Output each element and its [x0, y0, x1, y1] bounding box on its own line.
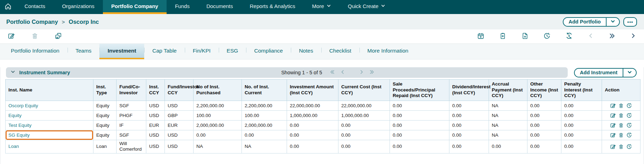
nav-item-label: Quick Create — [348, 3, 379, 9]
cell: USD — [146, 130, 165, 140]
breadcrumb-section[interactable]: Portfolio Company — [6, 19, 58, 25]
add-portfolio-button[interactable]: Add Portfolio — [564, 18, 606, 26]
cell: Equity — [93, 130, 117, 140]
next-page-button[interactable] — [359, 69, 364, 76]
instrument-summary-table: Inst. Name Inst. Type Fund/Co-Investor I… — [5, 79, 640, 153]
add-instrument-button[interactable]: Add Instrument — [575, 69, 623, 77]
table-header-row: Inst. Name Inst. Type Fund/Co-Investor I… — [6, 80, 640, 101]
tab-more-information[interactable]: More Information — [359, 44, 416, 59]
column-header-no-current: No. of Inst. Current — [242, 80, 287, 101]
delete-button[interactable] — [31, 32, 38, 41]
instrument-name-link[interactable]: Test Equity — [6, 121, 93, 130]
instrument-name-link[interactable]: Loan — [6, 140, 93, 153]
row-actions — [602, 130, 640, 140]
instrument-name-link[interactable]: Equity — [6, 111, 93, 121]
tab-cap-table[interactable]: Cap Table — [144, 44, 185, 59]
nav-item-more[interactable]: More — [304, 0, 340, 14]
row-edit-button[interactable] — [610, 122, 616, 128]
cell: 0.00 — [390, 101, 449, 111]
add-calendar-entry-button[interactable] — [477, 32, 484, 41]
cell: 0.00 — [449, 101, 489, 111]
nav-item-documents[interactable]: Documents — [198, 0, 241, 14]
more-actions-button[interactable]: ••• — [623, 17, 637, 27]
cell: NA — [489, 101, 527, 111]
collapse-section-button[interactable] — [10, 69, 16, 76]
currency-refresh-button[interactable]: $ — [565, 32, 573, 41]
first-page-button[interactable] — [330, 69, 335, 76]
tab-portfolio-information[interactable]: Portfolio Information — [3, 44, 68, 59]
last-page-button[interactable] — [369, 69, 374, 76]
add-portfolio-split-button: Add Portfolio — [563, 17, 620, 27]
row-history-button[interactable] — [626, 144, 632, 150]
instrument-summary-bar: Instrument Summary Showing 1 - 5 of 5 — [6, 67, 568, 78]
cell: 0.00 — [527, 140, 561, 153]
tab-fin-kpi[interactable]: Fin/KPI — [185, 44, 219, 59]
tab-teams[interactable]: Teams — [68, 44, 100, 59]
row-history-button[interactable] — [626, 112, 632, 118]
row-delete-button[interactable] — [618, 103, 624, 109]
instrument-name-link-highlighted[interactable]: SG Equity — [6, 130, 93, 140]
nav-item-portfolio-company[interactable]: Portfolio Company — [103, 0, 167, 14]
nav-item-label: Reports & Analytics — [250, 3, 295, 9]
row-delete-button[interactable] — [618, 132, 624, 138]
row-delete-button[interactable] — [618, 122, 624, 128]
duplicate-button[interactable] — [55, 32, 62, 41]
row-actions — [602, 121, 640, 130]
cell: 0.00 — [489, 140, 527, 153]
column-header-investment-amount: Investment Amount (Inst CCY) — [287, 80, 338, 101]
pagination-controls — [330, 69, 374, 76]
cell: 0.00 — [561, 111, 602, 121]
file-plus-icon — [521, 32, 528, 41]
nav-item-label: Funds — [175, 3, 190, 9]
cell: USD — [146, 140, 165, 153]
row-delete-button[interactable] — [618, 144, 624, 150]
expand-panel-button[interactable] — [609, 33, 615, 41]
add-portfolio-dropdown-button[interactable] — [606, 18, 619, 26]
cell: 1,000,000.00 — [338, 111, 390, 121]
cell: 22,000,000.00 — [338, 101, 390, 111]
nav-item-label: Organizations — [62, 3, 94, 9]
row-edit-button[interactable] — [610, 112, 616, 118]
nav-item-organizations[interactable]: Organizations — [54, 0, 103, 14]
add-instrument-dropdown-button[interactable] — [623, 69, 636, 77]
breadcrumb-current-page: Oscorp Inc — [69, 19, 99, 25]
tab-esg[interactable]: ESG — [219, 44, 246, 59]
tab-notes[interactable]: Notes — [291, 44, 321, 59]
column-header-other-income: Other Income (Inst CCY) — [527, 80, 561, 101]
row-edit-button[interactable] — [610, 103, 616, 109]
home-button[interactable] — [0, 0, 16, 14]
row-edit-button[interactable] — [610, 132, 616, 138]
tab-compliance[interactable]: Compliance — [246, 44, 291, 59]
edit-button[interactable] — [8, 32, 15, 41]
row-edit-button[interactable] — [610, 144, 616, 150]
history-button[interactable] — [543, 32, 551, 41]
row-history-button[interactable] — [626, 122, 632, 128]
nav-item-funds[interactable]: Funds — [167, 0, 198, 14]
cell: 2,000,000.00 — [242, 121, 287, 130]
trash-icon — [31, 32, 38, 41]
previous-record-button[interactable] — [588, 33, 594, 40]
tab-investment[interactable]: Investment — [99, 44, 144, 59]
cell: 0.00 — [449, 121, 489, 130]
row-delete-button[interactable] — [618, 112, 624, 118]
previous-page-button[interactable] — [340, 69, 345, 76]
cell: 0.00 — [390, 140, 449, 153]
instrument-name-link[interactable]: Oscorp Equity — [6, 101, 93, 111]
row-history-button[interactable] — [626, 132, 632, 138]
breadcrumb-row: Portfolio Company > Oscorp Inc Add Portf… — [0, 14, 644, 29]
nav-item-contacts[interactable]: Contacts — [16, 0, 54, 14]
detail-tabs: Portfolio Information Teams Investment C… — [0, 44, 644, 60]
nav-item-quick-create[interactable]: Quick Create — [340, 0, 394, 14]
next-record-button[interactable] — [630, 33, 636, 40]
cell: 0.00 — [338, 130, 390, 140]
cell: 0.00 — [390, 121, 449, 130]
cell: SGF — [117, 101, 146, 111]
tab-checklist[interactable]: Checklist — [321, 44, 359, 59]
table-row: Equity Equity PHGF USD GBP 100.00 100.00… — [6, 111, 640, 121]
nav-item-reports-analytics[interactable]: Reports & Analytics — [241, 0, 304, 14]
row-history-button[interactable] — [626, 103, 632, 109]
add-file-button[interactable] — [521, 32, 528, 41]
table-row: Test Equity Equity IF EUR EUR 2,000,000.… — [6, 121, 640, 130]
cell: 0.00 — [449, 130, 489, 140]
add-form-button[interactable] — [499, 32, 506, 41]
